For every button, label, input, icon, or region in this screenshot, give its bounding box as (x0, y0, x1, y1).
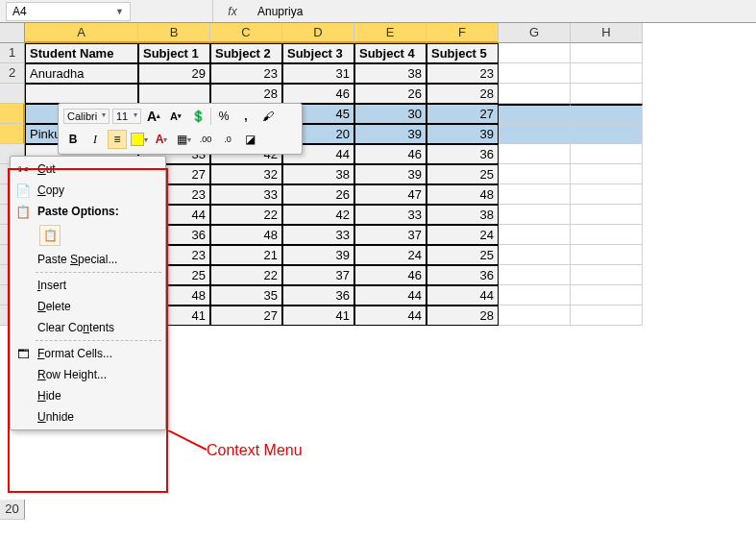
header-cell[interactable] (499, 43, 571, 63)
header-cell[interactable]: Subject 5 (427, 43, 499, 63)
comma-button[interactable]: , (236, 107, 256, 126)
data-cell[interactable]: 41 (282, 306, 354, 326)
column-header-D[interactable]: D (282, 23, 354, 43)
data-cell[interactable]: 48 (210, 225, 282, 245)
data-cell[interactable]: 44 (427, 285, 499, 306)
data-cell[interactable] (499, 245, 571, 265)
data-cell[interactable]: 22 (210, 265, 282, 285)
context-menu-hide[interactable]: Hide (11, 385, 165, 406)
data-cell[interactable]: 24 (427, 225, 499, 245)
data-cell[interactable]: 26 (354, 84, 427, 104)
merge-button[interactable]: ◪ (240, 130, 259, 149)
data-cell[interactable]: 33 (210, 184, 282, 205)
column-header-G[interactable]: G (499, 23, 571, 43)
data-cell[interactable] (571, 104, 643, 124)
data-cell[interactable] (571, 144, 643, 164)
data-cell[interactable] (499, 63, 571, 84)
data-cell[interactable]: 36 (427, 144, 499, 164)
accounting-format-button[interactable]: 💲 (188, 107, 207, 126)
data-cell[interactable] (571, 63, 643, 84)
context-menu-cut[interactable]: ✂ Cut (11, 159, 165, 180)
data-cell[interactable]: 36 (282, 285, 354, 306)
data-cell[interactable] (499, 184, 571, 205)
data-cell[interactable]: 22 (210, 205, 282, 225)
data-cell[interactable] (571, 124, 643, 144)
data-cell[interactable] (499, 144, 571, 164)
context-menu-clear-contents[interactable]: Clear Contents (11, 317, 165, 338)
format-painter-button[interactable]: 🖌 (258, 107, 278, 126)
data-cell[interactable]: 28 (210, 84, 282, 104)
data-cell[interactable]: 28 (427, 84, 499, 104)
increase-decimal-button[interactable]: .00 (196, 130, 215, 149)
font-size-selector[interactable]: 11▾ (112, 109, 141, 124)
data-cell[interactable] (499, 306, 571, 326)
data-cell[interactable]: 21 (210, 245, 282, 265)
data-cell[interactable]: 39 (354, 124, 427, 144)
context-menu-paste-default[interactable]: 📋 (11, 222, 165, 249)
data-cell[interactable] (499, 164, 571, 184)
fx-label[interactable]: fx (213, 5, 252, 18)
row-header[interactable]: 2 (0, 63, 25, 84)
select-all-corner[interactable] (0, 23, 25, 43)
row-header[interactable] (0, 124, 25, 144)
data-cell[interactable]: 30 (354, 104, 427, 124)
header-cell[interactable]: Subject 3 (282, 43, 354, 63)
data-cell[interactable] (571, 205, 643, 225)
data-cell[interactable] (571, 306, 643, 326)
data-cell[interactable]: 33 (282, 225, 354, 245)
column-header-E[interactable]: E (354, 23, 427, 43)
data-cell[interactable] (499, 265, 571, 285)
context-menu-unhide[interactable]: Unhide (11, 406, 165, 428)
data-cell[interactable] (571, 225, 643, 245)
data-cell[interactable] (499, 124, 571, 144)
data-cell[interactable]: 27 (210, 306, 282, 326)
data-cell[interactable]: 39 (282, 245, 354, 265)
data-cell[interactable]: 46 (282, 84, 354, 104)
data-cell[interactable]: 28 (427, 306, 499, 326)
data-cell[interactable]: 38 (427, 205, 499, 225)
data-cell[interactable] (138, 84, 210, 104)
context-menu-copy[interactable]: 📄 Copy (11, 180, 165, 201)
data-cell[interactable]: 36 (427, 265, 499, 285)
data-cell[interactable] (571, 245, 643, 265)
data-cell[interactable] (571, 265, 643, 285)
data-cell[interactable]: 32 (210, 164, 282, 184)
data-cell[interactable] (571, 285, 643, 306)
row-header-20[interactable]: 20 (0, 500, 25, 520)
data-cell[interactable]: 31 (282, 63, 354, 84)
bold-button[interactable]: B (63, 130, 83, 149)
data-cell[interactable]: 26 (282, 184, 354, 205)
data-cell[interactable]: 37 (354, 225, 427, 245)
data-cell[interactable]: 23 (210, 63, 282, 84)
grow-font-button[interactable]: A▴ (144, 107, 163, 126)
row-header[interactable] (0, 84, 25, 104)
context-menu-insert[interactable]: Insert (11, 275, 165, 296)
data-cell[interactable]: 27 (427, 104, 499, 124)
context-menu-row-height[interactable]: Row Height... (11, 364, 165, 385)
row-header[interactable]: 1 (0, 43, 25, 63)
borders-button[interactable]: ▦▾ (174, 130, 193, 149)
header-cell[interactable]: Subject 1 (138, 43, 210, 63)
data-cell[interactable]: 33 (354, 205, 427, 225)
data-cell[interactable]: 29 (138, 63, 210, 84)
data-cell[interactable]: Anuradha (25, 63, 138, 84)
name-box-dropdown-icon[interactable]: ▼ (115, 7, 124, 16)
decrease-decimal-button[interactable]: .0 (218, 130, 237, 149)
data-cell[interactable]: 25 (427, 245, 499, 265)
data-cell[interactable] (571, 164, 643, 184)
data-cell[interactable] (25, 84, 138, 104)
data-cell[interactable]: 23 (427, 63, 499, 84)
data-cell[interactable]: 38 (282, 164, 354, 184)
percent-button[interactable]: % (214, 107, 233, 126)
column-header-F[interactable]: F (427, 23, 499, 43)
column-header-B[interactable]: B (138, 23, 210, 43)
italic-button[interactable]: I (85, 130, 105, 149)
column-header-C[interactable]: C (210, 23, 282, 43)
data-cell[interactable]: 39 (354, 164, 427, 184)
font-color-button[interactable]: A▾ (152, 130, 171, 149)
data-cell[interactable] (571, 84, 643, 104)
context-menu-delete[interactable]: Delete (11, 296, 165, 317)
data-cell[interactable]: 42 (282, 205, 354, 225)
column-header-A[interactable]: A (25, 23, 138, 43)
data-cell[interactable]: 25 (427, 164, 499, 184)
